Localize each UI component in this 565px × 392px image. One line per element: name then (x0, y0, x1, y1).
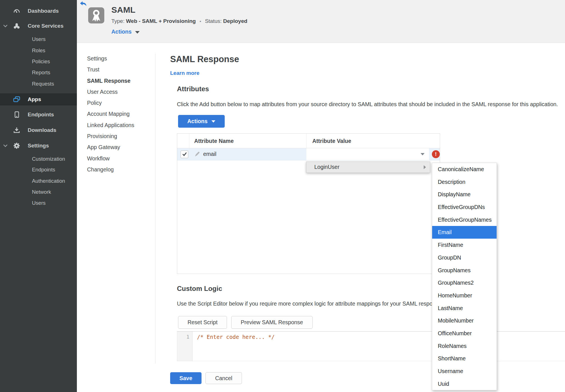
section-title: SAML Response (170, 54, 239, 64)
sidebar-item-users-settings[interactable]: Users (0, 197, 77, 209)
header-actions-dropdown[interactable]: Actions (111, 29, 140, 35)
app-meta: Type: Web - SAML + Provisioning • Status… (111, 18, 247, 24)
submenu-item-groupdn[interactable]: GroupDN (432, 251, 497, 264)
sidebar-item-downloads[interactable]: Downloads (0, 125, 77, 136)
submenu-item-shortname[interactable]: ShortName (432, 352, 497, 365)
chevron-down-icon (135, 31, 140, 34)
subnav-item-workflow[interactable]: Workflow (87, 153, 134, 164)
subnav-item-saml-response[interactable]: SAML Response (87, 75, 134, 86)
chevron-right-icon (424, 165, 426, 169)
ribbon-medal-icon (88, 7, 104, 23)
reset-script-button[interactable]: Reset Script (178, 316, 227, 329)
attribute-value-combobox[interactable] (306, 148, 429, 160)
separator-dot: • (197, 19, 204, 24)
attributes-heading: Attributes (177, 85, 209, 93)
gear-icon (13, 142, 20, 149)
download-icon (13, 127, 20, 134)
sidebar-item-requests[interactable]: Requests (0, 78, 77, 90)
chevron-down-icon (421, 153, 425, 155)
chevron-down-icon (211, 120, 215, 123)
edit-pencil-icon[interactable] (194, 151, 200, 157)
sidebar-item-core-services[interactable]: Core Services (0, 20, 77, 32)
sidebar-item-apps[interactable]: Apps (0, 93, 77, 105)
editor-code-area[interactable]: /* Enter code here... */ (197, 334, 275, 340)
sidebar-item-settings[interactable]: Settings (0, 140, 77, 151)
subnav-divider (155, 54, 155, 363)
cancel-button[interactable]: Cancel (205, 372, 242, 384)
core-services-icon (13, 22, 20, 30)
submenu-item-lastname[interactable]: LastName (432, 302, 497, 315)
sidebar: Dashboards Core Services Users Roles Pol… (0, 0, 77, 392)
chevron-down-icon (3, 24, 8, 28)
preview-saml-response-button[interactable]: Preview SAML Response (231, 316, 313, 329)
gauge-icon (13, 7, 20, 15)
value-menu-item-loginuser[interactable]: LoginUser (306, 162, 430, 173)
subnav-item-trust[interactable]: Trust (87, 64, 134, 75)
submenu-item-canonicalizename[interactable]: CanonicalizeName (432, 163, 497, 176)
app-window: Dashboards Core Services Users Roles Pol… (0, 0, 565, 392)
attributes-actions-button[interactable]: Actions (178, 115, 225, 128)
app-subnav: Settings Trust SAML Response User Access… (87, 53, 134, 175)
submenu-item-rolenames[interactable]: RoleNames (432, 340, 497, 352)
sidebar-item-policies[interactable]: Policies (0, 56, 77, 67)
value-submenu: CanonicalizeName Description DisplayName… (432, 163, 497, 390)
attributes-description: Click the Add button below to map attrib… (177, 101, 558, 108)
error-icon: ! (432, 150, 440, 158)
submenu-item-mobilenumber[interactable]: MobileNumber (432, 314, 497, 327)
submenu-item-groupnames[interactable]: GroupNames (432, 264, 497, 277)
learn-more-link[interactable]: Learn more (170, 70, 199, 76)
submenu-item-displayname[interactable]: DisplayName (432, 188, 497, 201)
subnav-item-settings[interactable]: Settings (87, 53, 134, 64)
editor-line-number-gutter: 1 (177, 332, 192, 361)
submenu-item-effectivegroupdns[interactable]: EffectiveGroupDNs (432, 201, 497, 214)
apps-icon (13, 96, 20, 103)
back-arrow-icon[interactable] (80, 1, 87, 7)
submenu-item-description[interactable]: Description (432, 176, 497, 188)
submenu-item-officenumber[interactable]: OfficeNumber (432, 327, 497, 340)
sidebar-item-users[interactable]: Users (0, 34, 77, 45)
sidebar-item-reports[interactable]: Reports (0, 67, 77, 78)
page-title: SAML (111, 5, 135, 15)
script-editor: 1 /* Enter code here... */ (177, 331, 565, 361)
submenu-item-effectivegroupnames[interactable]: EffectiveGroupNames (432, 214, 497, 226)
submenu-item-username[interactable]: Username (432, 365, 497, 378)
sidebar-item-endpoints[interactable]: Endpoints (0, 109, 77, 120)
save-button[interactable]: Save (170, 372, 202, 384)
sidebar-item-authentication[interactable]: Authentication (0, 175, 77, 187)
sidebar-item-customization[interactable]: Customization (0, 153, 77, 165)
type-label: Type: (111, 18, 124, 24)
subnav-item-account-mapping[interactable]: Account Mapping (87, 108, 134, 119)
sidebar-item-network[interactable]: Network (0, 186, 77, 198)
row-checkbox[interactable] (181, 151, 188, 158)
chevron-down-icon (3, 144, 8, 148)
subnav-item-changelog[interactable]: Changelog (87, 164, 134, 175)
column-header-attribute-name: Attribute Name (189, 134, 306, 148)
submenu-item-groupnames2[interactable]: GroupNames2 (432, 276, 497, 289)
sidebar-item-roles[interactable]: Roles (0, 45, 77, 56)
table-row[interactable]: email ! (177, 148, 440, 160)
custom-logic-description: Use the Script Editor below if you requi… (177, 300, 443, 307)
sidebar-item-endpoints-settings[interactable]: Endpoints (0, 164, 77, 175)
status-label: Status: (205, 18, 222, 24)
attribute-name-cell: email (203, 151, 217, 157)
subnav-item-provisioning[interactable]: Provisioning (87, 131, 134, 142)
subnav-item-user-access[interactable]: User Access (87, 86, 134, 97)
custom-logic-heading: Custom Logic (177, 285, 222, 293)
submenu-item-email[interactable]: Email (432, 226, 497, 239)
subnav-item-policy[interactable]: Policy (87, 97, 134, 108)
table-header: Attribute Name Attribute Value (177, 134, 440, 148)
sidebar-item-dashboards[interactable]: Dashboards (0, 5, 77, 17)
type-value: Web - SAML + Provisioning (126, 18, 196, 24)
submenu-item-firstname[interactable]: FirstName (432, 239, 497, 251)
submenu-item-homenumber[interactable]: HomeNumber (432, 289, 497, 302)
attributes-table: Attribute Name Attribute Value email ! (177, 133, 440, 274)
subnav-item-app-gateway[interactable]: App Gateway (87, 142, 134, 153)
status-badge: Deployed (223, 18, 248, 24)
app-header: SAML Type: Web - SAML + Provisioning • S… (77, 0, 565, 43)
subnav-item-linked-applications[interactable]: Linked Applications (87, 120, 134, 131)
tablet-icon (13, 111, 20, 118)
submenu-item-uuid[interactable]: Uuid (432, 378, 497, 390)
column-header-attribute-value: Attribute Value (306, 134, 440, 148)
